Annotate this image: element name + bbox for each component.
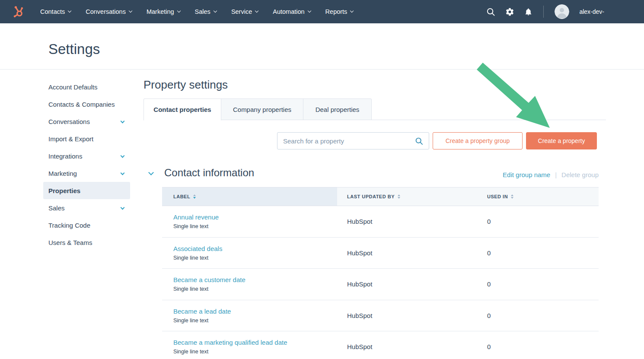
used-in-cell: 0 bbox=[464, 218, 491, 225]
property-type: Single line text bbox=[173, 255, 337, 261]
delete-group-link[interactable]: Delete group bbox=[561, 171, 599, 178]
sidebar-item-label: Sales bbox=[48, 204, 65, 212]
property-search bbox=[277, 132, 429, 149]
chevron-down-icon bbox=[214, 9, 217, 13]
avatar[interactable] bbox=[555, 4, 569, 19]
sidebar-item-integrations[interactable]: Integrations bbox=[43, 147, 130, 165]
sidebar-item-account-defaults[interactable]: Account Defaults bbox=[43, 78, 130, 95]
property-type: Single line text bbox=[173, 349, 337, 355]
sidebar-item-label: Marketing bbox=[48, 170, 77, 177]
nav-item-label: Sales bbox=[195, 8, 210, 15]
table-header-row: LABEL LAST UPDATED BY USED IN bbox=[162, 187, 599, 206]
sidebar-item-label: Import & Export bbox=[48, 135, 93, 143]
edit-group-name-link[interactable]: Edit group name bbox=[503, 171, 550, 178]
used-in-cell: 0 bbox=[464, 280, 491, 288]
column-header-label[interactable]: LABEL bbox=[162, 187, 337, 206]
used-in-cell: 0 bbox=[464, 249, 491, 257]
collapse-group-chevron-icon[interactable] bbox=[148, 170, 154, 175]
hubspot-logo-icon[interactable] bbox=[12, 5, 25, 19]
nav-item-automation[interactable]: Automation bbox=[273, 8, 310, 15]
chevron-down-icon bbox=[177, 9, 180, 13]
updated-by-cell: HubSpot bbox=[337, 312, 464, 319]
nav-item-label: Automation bbox=[273, 8, 304, 15]
search-icon[interactable] bbox=[415, 137, 423, 145]
updated-by-cell: HubSpot bbox=[337, 280, 464, 288]
create-property-group-button[interactable]: Create a property group bbox=[433, 132, 523, 149]
nav-item-sales[interactable]: Sales bbox=[195, 8, 217, 15]
nav-item-contacts[interactable]: Contacts bbox=[40, 8, 71, 15]
tab-contact-properties[interactable]: Contact properties bbox=[143, 98, 221, 121]
nav-item-label: Conversations bbox=[86, 8, 126, 15]
sidebar-item-tracking-code[interactable]: Tracking Code bbox=[43, 216, 130, 234]
updated-by-cell: HubSpot bbox=[337, 218, 464, 225]
top-nav: Contacts Conversations Marketing Sales S… bbox=[0, 0, 644, 23]
nav-right-tools: alex-dev- bbox=[486, 4, 604, 19]
chevron-down-icon bbox=[121, 153, 125, 158]
tab-company-properties[interactable]: Company properties bbox=[221, 98, 303, 120]
link-separator: | bbox=[555, 171, 557, 178]
column-header-used-in[interactable]: USED IN bbox=[464, 187, 513, 206]
sidebar-item-marketing[interactable]: Marketing bbox=[43, 165, 130, 182]
group-title: Contact information bbox=[164, 167, 254, 179]
table-row: Became a marketing qualified lead date S… bbox=[162, 331, 599, 359]
sort-icon[interactable] bbox=[398, 194, 400, 199]
sidebar-item-label: Account Defaults bbox=[48, 83, 97, 91]
sidebar-item-label: Tracking Code bbox=[48, 222, 90, 229]
property-type: Single line text bbox=[173, 223, 337, 229]
bell-icon[interactable] bbox=[524, 7, 532, 16]
chevron-down-icon bbox=[350, 9, 354, 13]
page-title: Settings bbox=[48, 41, 100, 57]
sidebar-item-properties[interactable]: Properties bbox=[43, 182, 130, 199]
sidebar-item-label: Properties bbox=[48, 187, 80, 194]
used-in-cell: 0 bbox=[464, 312, 491, 319]
property-link[interactable]: Annual revenue bbox=[173, 213, 337, 221]
column-header-text: LABEL bbox=[173, 194, 190, 199]
settings-sidebar: Account Defaults Contacts & Companies Co… bbox=[43, 78, 130, 251]
property-link[interactable]: Became a customer date bbox=[173, 276, 337, 283]
chevron-down-icon bbox=[121, 205, 125, 210]
sidebar-item-contacts-companies[interactable]: Contacts & Companies bbox=[43, 95, 130, 113]
chevron-down-icon bbox=[121, 171, 125, 175]
tab-deal-properties[interactable]: Deal properties bbox=[303, 98, 372, 120]
chevron-down-icon bbox=[121, 119, 125, 123]
properties-table: LABEL LAST UPDATED BY USED IN Annual rev… bbox=[162, 187, 599, 359]
header-divider bbox=[0, 69, 644, 70]
gear-icon[interactable] bbox=[505, 7, 514, 16]
table-row: Became a customer date Single line text … bbox=[162, 269, 599, 300]
updated-by-cell: HubSpot bbox=[337, 249, 464, 257]
sidebar-item-import-export[interactable]: Import & Export bbox=[43, 130, 130, 147]
table-row: Became a lead date Single line text HubS… bbox=[162, 300, 599, 332]
property-type: Single line text bbox=[173, 318, 337, 324]
sidebar-item-sales[interactable]: Sales bbox=[43, 199, 130, 216]
column-header-text: USED IN bbox=[487, 194, 508, 199]
create-property-button[interactable]: Create a property bbox=[526, 132, 597, 149]
nav-item-marketing[interactable]: Marketing bbox=[147, 8, 180, 15]
nav-item-label: Contacts bbox=[40, 8, 65, 15]
chevron-down-icon bbox=[129, 9, 132, 13]
sidebar-item-label: Integrations bbox=[48, 152, 82, 160]
search-input[interactable] bbox=[283, 137, 415, 145]
sidebar-item-users-teams[interactable]: Users & Teams bbox=[43, 234, 130, 251]
property-type: Single line text bbox=[173, 286, 337, 292]
chevron-down-icon bbox=[255, 9, 258, 13]
property-link[interactable]: Associated deals bbox=[173, 245, 337, 252]
column-header-text: LAST UPDATED BY bbox=[347, 194, 395, 199]
section-heading: Property settings bbox=[143, 78, 228, 92]
table-row: Annual revenue Single line text HubSpot … bbox=[162, 206, 599, 238]
username[interactable]: alex-dev- bbox=[579, 8, 604, 15]
nav-item-label: Reports bbox=[325, 8, 348, 15]
sidebar-item-label: Contacts & Companies bbox=[48, 101, 115, 108]
sort-icon[interactable] bbox=[193, 194, 196, 199]
column-header-last-updated-by[interactable]: LAST UPDATED BY bbox=[337, 187, 464, 206]
sidebar-item-conversations[interactable]: Conversations bbox=[43, 113, 130, 130]
nav-item-conversations[interactable]: Conversations bbox=[86, 8, 132, 15]
search-icon[interactable] bbox=[486, 7, 495, 16]
sort-icon[interactable] bbox=[511, 194, 513, 199]
property-link[interactable]: Became a marketing qualified lead date bbox=[173, 339, 337, 346]
nav-divider bbox=[543, 6, 544, 18]
sidebar-item-label: Users & Teams bbox=[48, 239, 92, 246]
chevron-down-icon bbox=[307, 9, 311, 13]
nav-item-service[interactable]: Service bbox=[231, 8, 258, 15]
nav-item-reports[interactable]: Reports bbox=[325, 8, 354, 15]
property-link[interactable]: Became a lead date bbox=[173, 308, 337, 315]
